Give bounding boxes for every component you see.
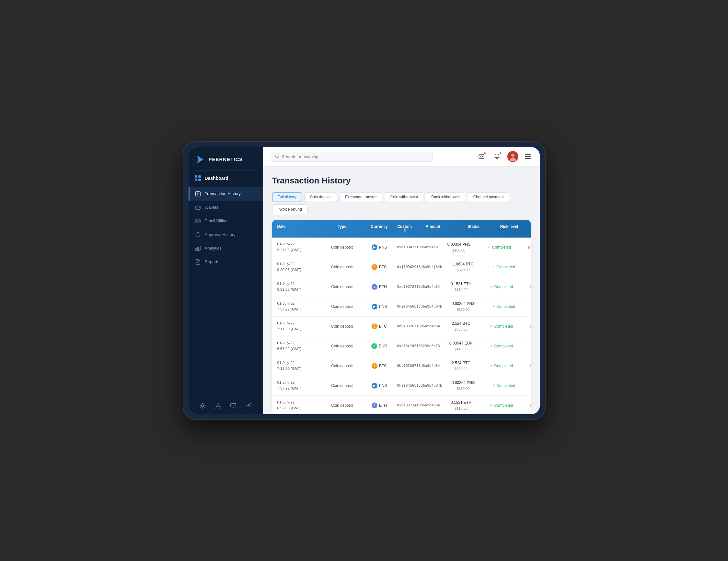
cell-date: 01-July-227:11:30 (GMT) [277,321,323,332]
filter-channel-payment[interactable]: Channel payment [468,192,509,202]
cell-date: 01-July-228:52:00 (GMT) [277,400,323,411]
filter-bank-withdrawal[interactable]: Bank withdrawal [426,192,465,202]
col-type: Type [323,224,362,233]
cell-risk: Medium [519,245,530,249]
sidebar-item-label: Transaction History [205,191,241,196]
sidebar-item-wallets[interactable]: Wallets [189,200,263,214]
status-label: Completed [496,304,515,309]
status-label: Completed [492,245,511,249]
status-label: Completed [494,403,513,408]
table-row[interactable]: 01-July-227:11:30 (GMT) Coin deposit ₿ B… [272,356,531,376]
table-row[interactable]: 01-July-229:27:06 (GMT) Coin deposit ▶ P… [272,237,531,257]
notification-badge [499,152,502,154]
email-notification-button[interactable] [476,151,487,162]
settings-icon[interactable] [199,403,206,409]
cell-date: 01-July-229:20:05 (GMT) [277,261,323,272]
cell-amount: 0.00354 PNS$180.00 [442,301,484,313]
monitor-icon[interactable] [230,403,237,409]
sidebar: PEERNETICS Dashboard Trans [189,147,263,414]
sidebar-item-transaction-history[interactable]: Transaction History [189,187,263,200]
cell-custom-id: 0kj10456818d6a9b4b84b [397,304,442,309]
page-title: Transaction History [272,176,531,186]
cell-currency: ▶ PNS [362,304,397,310]
check-icon: ✓ [490,324,493,328]
menu-button[interactable] [524,153,532,160]
logout-icon[interactable] [246,403,252,409]
cell-type: Coin deposit [323,304,362,309]
col-currency: Currency [362,224,397,233]
dashboard-header[interactable]: Dashboard [189,171,263,184]
cell-amount: 0.1531 ETH$110.00 [440,281,482,293]
avatar[interactable] [507,151,518,162]
currency-label: ETH [379,403,387,408]
cell-amount: 0.1531 ETH$110.00 [440,400,482,411]
filter-exchange-transfer[interactable]: Exchange transfer [340,192,382,202]
table-row[interactable]: 01-July-229:20:05 (GMT) Coin deposit ₿ B… [272,257,531,277]
check-icon: ✓ [488,245,491,249]
check-icon: ✓ [492,265,495,269]
check-icon: ✓ [490,285,493,289]
logo-area: PEERNETICS [189,147,263,170]
cell-status: ✓ Completed [482,285,521,289]
cell-status: ✓ Completed [482,364,521,368]
currency-label: PNS [379,304,387,309]
currency-label: PNS [379,384,387,388]
cell-type: Coin deposit [323,403,362,408]
cell-type: Coin deposit [323,344,362,349]
cell-date: 01-July-228:52:00 (GMT) [277,281,323,292]
cell-currency: Ξ ETH [362,284,397,290]
currency-label: PNS [379,245,387,249]
currency-icon: € [371,343,377,349]
email-icon [478,153,485,160]
table-row[interactable]: 01-July-228:52:00 (GMT) Coin deposit Ξ E… [272,396,531,414]
transaction-table: Date Type Currency Custom ID Amount Stat… [272,220,531,414]
cell-type: Coin deposit [323,364,362,368]
amount-usd: $320.00 [457,268,470,272]
user-icon[interactable] [215,403,221,409]
status-label: Completed [494,364,513,368]
sidebar-item-analytics[interactable]: Analytics [189,241,263,255]
notification-button[interactable] [492,151,502,162]
filter-full-history[interactable]: Full history [272,192,302,202]
table-row[interactable]: 01-July-228:52:00 (GMT) Coin deposit Ξ E… [272,277,531,297]
sidebar-item-label: Reports [205,259,220,264]
filter-invoice-refund[interactable]: Invoice refund [272,204,307,214]
cell-custom-id: 0xd13cfd3133239a3c73 [397,344,440,348]
filter-coin-deposit[interactable]: Coin deposit [305,192,337,202]
cell-amount: 2.524 BTC$355.00 [440,321,482,332]
check-icon: ✓ [492,384,495,388]
wallets-icon [195,204,201,210]
sidebar-item-approval-history[interactable]: Approval History [189,228,263,241]
table-row[interactable]: 01-July-227:37:22 (GMT) Coin deposit ▶ P… [272,376,531,396]
search-bar[interactable] [271,152,433,162]
col-amount: Amount [412,224,454,233]
currency-icon: ▶ [372,244,377,250]
sidebar-item-reports[interactable]: Reports [189,255,263,269]
filter-coin-withdrawal[interactable]: Coin withdrawal [385,192,423,202]
amount-usd: $355.00 [455,367,468,371]
cell-amount: 0.00354 PNS$180.00 [442,380,484,392]
cell-amount: 0.00354 PNS$180.00 [438,241,480,253]
amount-usd: $180.00 [452,248,465,252]
table-row[interactable]: 01-July-227:11:30 (GMT) Coin deposit ₿ B… [272,317,531,337]
cell-risk: Low [523,265,531,269]
cell-currency: Ξ ETH [362,403,397,408]
cell-status: ✓ Completed [482,324,521,329]
analytics-icon [195,245,201,251]
amount-usd: $110.00 [455,347,468,351]
email-badge [484,152,486,154]
cell-risk: Medium [521,364,531,368]
sidebar-item-email-billing[interactable]: Email Billing [189,214,263,228]
cell-custom-id: 0bv10326718d6a9b4b84 [397,324,440,328]
cell-date: 01-July-227:11:30 (GMT) [277,360,323,372]
cell-risk: Medium [521,285,531,289]
filter-tabs: Full history Coin deposit Exchange trans… [272,192,531,214]
amount-usd: $110.00 [455,288,468,292]
app-name: PEERNETICS [209,156,243,162]
search-input[interactable] [282,154,429,159]
table-row[interactable]: 01-July-226:57:02 (GMT) Coin deposit € E… [272,337,531,356]
currency-icon: ▶ [372,304,377,310]
table-row[interactable]: 01-July-227:37:22 (GMT) Coin deposit ▶ P… [272,297,531,317]
cell-status: ✓ Completed [482,403,521,408]
cell-amount: 0.03547 EUR$110.00 [440,340,482,352]
